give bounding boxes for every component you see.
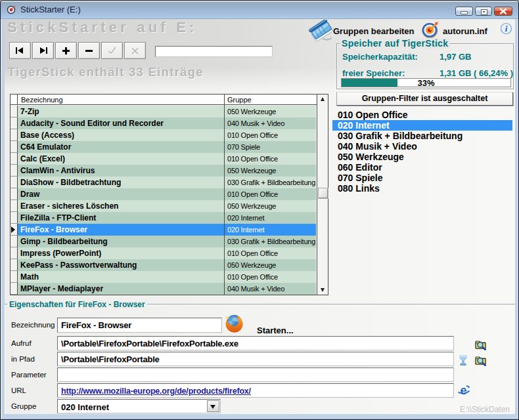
svg-text:i: i <box>505 24 508 33</box>
svg-text:e: e <box>461 384 467 397</box>
